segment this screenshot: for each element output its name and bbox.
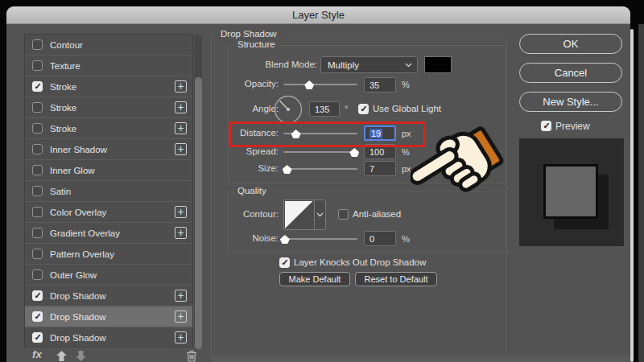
noise-value: 0 — [369, 234, 374, 244]
chevron-down-icon — [316, 212, 324, 217]
style-item-label: Pattern Overlay — [50, 249, 114, 259]
structure-legend: Structure — [233, 39, 279, 49]
add-instance-icon[interactable] — [175, 101, 187, 113]
checkbox[interactable] — [32, 249, 43, 259]
preview-checkbox[interactable] — [541, 121, 551, 131]
angle-field[interactable]: 135 — [309, 101, 340, 117]
checkbox-checked[interactable] — [32, 332, 43, 343]
slider-thumb[interactable] — [304, 80, 314, 89]
style-item-drop-shadow-3[interactable]: Drop Shadow — [25, 327, 192, 348]
shadow-color-swatch[interactable] — [424, 56, 452, 73]
make-default-button[interactable]: Make Default — [279, 272, 350, 286]
opacity-unit: % — [402, 80, 410, 89]
checkbox-checked[interactable] — [32, 290, 43, 301]
checkbox[interactable] — [32, 102, 43, 113]
add-instance-icon[interactable] — [175, 290, 187, 302]
quality-legend: Quality — [233, 186, 270, 195]
style-item-color-overlay[interactable]: Color Overlay — [25, 202, 192, 223]
anti-aliased-checkbox[interactable] — [338, 209, 349, 220]
add-instance-icon[interactable] — [175, 311, 187, 323]
add-instance-icon[interactable] — [175, 206, 187, 218]
delete-effect-icon[interactable] — [186, 350, 197, 362]
add-instance-icon[interactable] — [175, 143, 187, 155]
move-up-icon[interactable] — [56, 351, 67, 361]
checkbox[interactable] — [32, 39, 43, 50]
add-instance-icon[interactable] — [175, 122, 187, 134]
style-item-contour[interactable]: Contour — [25, 35, 192, 56]
checkbox[interactable] — [32, 60, 43, 71]
cancel-label: Cancel — [555, 67, 587, 79]
slider-track — [283, 151, 357, 153]
slider-thumb[interactable] — [283, 165, 292, 174]
new-style-label: New Style... — [543, 96, 598, 108]
noise-unit: % — [402, 234, 410, 244]
size-field[interactable]: 7 — [364, 161, 396, 176]
fx-icon[interactable]: fx — [32, 348, 42, 360]
title-bar[interactable]: Layer Style — [6, 6, 630, 24]
style-item-outer-glow[interactable]: Outer Glow — [25, 265, 192, 286]
reset-default-label: Reset to Default — [365, 274, 428, 284]
noise-slider[interactable] — [283, 233, 357, 245]
style-item-gradient-overlay[interactable]: Gradient Overlay — [25, 223, 192, 244]
style-item-stroke-2[interactable]: Stroke — [25, 97, 192, 118]
angle-dial[interactable] — [274, 95, 303, 124]
angle-unit: ° — [345, 104, 348, 113]
style-item-satin[interactable]: Satin — [25, 181, 192, 202]
checkbox[interactable] — [32, 144, 43, 154]
opacity-value: 35 — [369, 80, 379, 90]
size-slider[interactable] — [283, 163, 357, 175]
add-instance-icon[interactable] — [175, 331, 187, 343]
style-item-inner-shadow[interactable]: Inner Shadow — [25, 139, 192, 160]
layer-knockout-checkbox[interactable] — [279, 257, 290, 268]
contour-thumbnail[interactable] — [284, 200, 314, 229]
checkbox[interactable] — [32, 228, 43, 238]
style-item-label: Texture — [50, 61, 80, 71]
ok-label: OK — [564, 38, 579, 50]
checkbox[interactable] — [32, 269, 43, 280]
new-style-button[interactable]: New Style... — [519, 92, 622, 112]
style-item-stroke-3[interactable]: Stroke — [25, 118, 192, 139]
panel-title: Drop Shadow — [217, 29, 281, 39]
style-item-label: Drop Shadow — [50, 333, 106, 343]
contour-dropdown[interactable] — [314, 200, 325, 229]
checkbox-checked[interactable] — [32, 81, 43, 92]
checkbox[interactable] — [32, 186, 43, 196]
list-scrollbar-thumb[interactable] — [195, 77, 202, 349]
checkbox-checked[interactable] — [32, 311, 43, 322]
contour-label: Contour: — [211, 209, 279, 219]
cancel-button[interactable]: Cancel — [519, 63, 622, 83]
chevron-down-icon — [405, 63, 412, 68]
opacity-slider[interactable] — [283, 79, 357, 90]
style-item-drop-shadow-1[interactable]: Drop Shadow — [25, 286, 192, 306]
checkbox[interactable] — [32, 165, 43, 175]
blend-mode-select[interactable]: Multiply — [320, 56, 418, 73]
preview-label: Preview — [555, 121, 590, 132]
use-global-light-label: Use Global Light — [373, 104, 441, 113]
style-item-pattern-overlay[interactable]: Pattern Overlay — [25, 244, 192, 265]
style-item-stroke-1[interactable]: Stroke — [25, 76, 192, 97]
noise-field[interactable]: 0 — [364, 231, 396, 246]
add-instance-icon[interactable] — [175, 227, 187, 239]
checkbox[interactable] — [32, 207, 43, 217]
spread-slider[interactable] — [283, 146, 357, 158]
slider-track — [283, 238, 357, 240]
style-item-label: Drop Shadow — [50, 312, 106, 322]
spread-unit: % — [402, 147, 410, 157]
use-global-light-checkbox[interactable] — [358, 104, 369, 114]
opacity-field[interactable]: 35 — [364, 77, 396, 93]
style-item-label: Stroke — [50, 124, 76, 134]
style-item-label: Color Overlay — [50, 208, 106, 217]
reset-default-button[interactable]: Reset to Default — [355, 272, 437, 286]
style-item-drop-shadow-2-selected[interactable]: Drop Shadow — [25, 306, 192, 327]
ok-button[interactable]: OK — [519, 34, 622, 54]
slider-track — [283, 84, 357, 85]
move-down-icon[interactable] — [76, 351, 86, 361]
style-item-texture[interactable]: Texture — [25, 56, 192, 76]
style-item-label: Inner Glow — [50, 166, 95, 175]
slider-track — [283, 168, 357, 170]
checkbox[interactable] — [32, 123, 43, 134]
style-item-inner-glow[interactable]: Inner Glow — [25, 160, 192, 181]
contour-picker[interactable] — [283, 200, 326, 230]
add-instance-icon[interactable] — [175, 80, 187, 93]
style-item-label: Gradient Overlay — [50, 228, 120, 238]
